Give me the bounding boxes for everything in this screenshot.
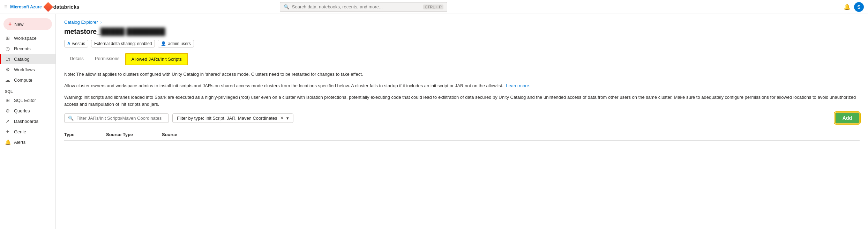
note1: Note: The allowlist applies to clusters … bbox=[64, 71, 860, 78]
notification-icon[interactable]: 🔔 bbox=[844, 3, 851, 10]
page-title-text: metastore_ bbox=[64, 28, 100, 35]
sidebar-item-workspace-label: Workspace bbox=[14, 36, 37, 41]
new-button-label: New bbox=[14, 22, 23, 27]
workflows-icon: ⚙ bbox=[5, 67, 10, 72]
hamburger-icon[interactable]: ≡ bbox=[4, 4, 7, 10]
main-content: Catalog Explorer › metastore_█████ █████… bbox=[56, 14, 868, 229]
tab-allowed-jars[interactable]: Allowed JARs/Init Scripts bbox=[125, 53, 188, 65]
tab-details[interactable]: Details bbox=[64, 53, 89, 65]
sidebar-item-genie[interactable]: ✦ Genie bbox=[0, 126, 55, 137]
page-title-blurred: █████ ████████ bbox=[100, 28, 165, 35]
new-button[interactable]: + New bbox=[3, 18, 52, 30]
search-shortcut: CTRL + P bbox=[423, 5, 443, 9]
badge-admin-label: admin users bbox=[168, 41, 190, 46]
genie-icon: ✦ bbox=[5, 129, 10, 134]
azure-badge-icon: A bbox=[67, 41, 70, 46]
sidebar-item-dashboards-label: Dashboards bbox=[14, 119, 38, 124]
top-nav-left: ≡ Microsoft Azure databricks bbox=[4, 3, 80, 10]
main-layout: + New ⊞ Workspace ◷ Recents 🗂 Catalog ⚙ … bbox=[0, 14, 868, 229]
sidebar-item-alerts-label: Alerts bbox=[14, 140, 25, 145]
azure-logo: Microsoft Azure bbox=[10, 5, 42, 9]
table-header: Type Source Type Source bbox=[64, 129, 860, 140]
table-divider bbox=[64, 140, 860, 141]
sidebar-item-catalog-label: Catalog bbox=[14, 57, 30, 62]
filter-bar: 🔍 Filter by type: Init Script, JAR, Mave… bbox=[64, 112, 860, 124]
table-header-type: Type bbox=[64, 132, 106, 137]
admin-users-icon: 👤 bbox=[161, 41, 166, 46]
alerts-icon: 🔔 bbox=[5, 139, 10, 145]
sidebar-item-compute[interactable]: ☁ Compute bbox=[0, 75, 55, 85]
sidebar-item-dashboards[interactable]: ↗ Dashboards bbox=[0, 116, 55, 126]
queries-icon: ⊘ bbox=[5, 108, 10, 113]
badge-delta-sharing-label: External delta sharing: enabled bbox=[94, 41, 152, 46]
sidebar-item-sql-editor[interactable]: ⊞ SQL Editor bbox=[0, 95, 55, 105]
sidebar-item-workflows[interactable]: ⚙ Workflows bbox=[0, 64, 55, 75]
filter-type-dropdown[interactable]: Filter by type: Init Script, JAR, Maven … bbox=[172, 113, 293, 123]
databricks-logo: databricks bbox=[45, 3, 80, 10]
catalog-icon: 🗂 bbox=[5, 56, 10, 62]
sidebar-item-queries-label: Queries bbox=[14, 108, 30, 113]
table-header-source-type: Source Type bbox=[106, 132, 162, 137]
sidebar-item-workspace[interactable]: ⊞ Workspace bbox=[0, 33, 55, 43]
search-bar[interactable]: 🔍 CTRL + P bbox=[280, 2, 447, 12]
note1-text: Note: The allowlist applies to clusters … bbox=[64, 72, 363, 77]
add-button[interactable]: Add bbox=[835, 112, 860, 124]
recents-icon: ◷ bbox=[5, 46, 10, 51]
sidebar-item-alerts[interactable]: 🔔 Alerts bbox=[0, 137, 55, 147]
breadcrumb-separator: › bbox=[100, 20, 102, 25]
sidebar-item-catalog[interactable]: 🗂 Catalog bbox=[0, 54, 55, 64]
tab-permissions[interactable]: Permissions bbox=[89, 53, 125, 65]
avatar: S bbox=[854, 2, 864, 12]
note2-text: Allow cluster owners and workspace admin… bbox=[64, 83, 503, 88]
top-nav: ≡ Microsoft Azure databricks 🔍 CTRL + P … bbox=[0, 0, 868, 14]
sidebar-item-recents[interactable]: ◷ Recents bbox=[0, 43, 55, 54]
filter-search-icon: 🔍 bbox=[68, 116, 74, 121]
sidebar-item-recents-label: Recents bbox=[14, 46, 31, 51]
filter-chevron-icon[interactable]: ▾ bbox=[286, 116, 289, 121]
filter-jars-input[interactable] bbox=[76, 116, 165, 121]
tabs: Details Permissions Allowed JARs/Init Sc… bbox=[64, 53, 860, 65]
breadcrumb-parent[interactable]: Catalog Explorer bbox=[64, 20, 98, 25]
sql-section-label: SQL bbox=[0, 85, 55, 95]
workspace-icon: ⊞ bbox=[5, 35, 10, 41]
note2: Allow cluster owners and workspace admin… bbox=[64, 82, 860, 90]
top-nav-right: 🔔 S bbox=[844, 2, 864, 12]
databricks-diamond-icon bbox=[43, 2, 53, 12]
filter-type-label: Filter by type: Init Script, JAR, Maven … bbox=[177, 116, 277, 121]
note3-text: Warning: Init scripts and libraries load… bbox=[64, 95, 856, 107]
sidebar-item-genie-label: Genie bbox=[14, 129, 26, 134]
page-title: metastore_█████ ████████ bbox=[64, 28, 860, 36]
sidebar-item-workflows-label: Workflows bbox=[14, 67, 35, 72]
sql-editor-icon: ⊞ bbox=[5, 97, 10, 103]
filter-input-wrapper[interactable]: 🔍 bbox=[64, 113, 169, 123]
badge-region-label: westus bbox=[72, 41, 85, 46]
sidebar-item-compute-label: Compute bbox=[14, 77, 32, 83]
search-icon: 🔍 bbox=[284, 4, 289, 9]
table-header-source: Source bbox=[162, 132, 860, 137]
note3: Warning: Init scripts and libraries load… bbox=[64, 94, 860, 109]
sidebar: + New ⊞ Workspace ◷ Recents 🗂 Catalog ⚙ … bbox=[0, 14, 56, 229]
meta-badges: A westus External delta sharing: enabled… bbox=[64, 40, 860, 47]
sidebar-item-queries[interactable]: ⊘ Queries bbox=[0, 105, 55, 116]
learn-more-link[interactable]: Learn more. bbox=[506, 83, 530, 88]
badge-region: A westus bbox=[64, 40, 88, 47]
compute-icon: ☁ bbox=[5, 77, 10, 83]
plus-icon: + bbox=[8, 21, 12, 27]
breadcrumb: Catalog Explorer › bbox=[64, 20, 860, 25]
sidebar-item-sql-editor-label: SQL Editor bbox=[14, 98, 36, 103]
dashboards-icon: ↗ bbox=[5, 118, 10, 124]
search-input[interactable] bbox=[292, 4, 420, 9]
badge-admin[interactable]: 👤 admin users bbox=[158, 40, 194, 47]
filter-x-icon[interactable]: ✕ bbox=[280, 116, 284, 120]
badge-delta-sharing: External delta sharing: enabled bbox=[91, 40, 155, 47]
